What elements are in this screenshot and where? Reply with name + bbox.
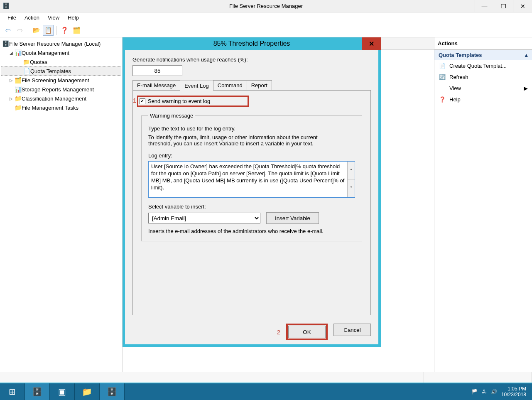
log-entry-label: Log entry:: [148, 152, 355, 159]
forward-button[interactable]: ⇨: [15, 25, 25, 36]
app-window: 🗄️ File Server Resource Manager — ❐ ✕ Fi…: [0, 0, 532, 400]
expand-icon[interactable]: ▷: [8, 78, 14, 83]
tree-label: Quota Management: [22, 50, 69, 56]
action-view[interactable]: View ▶: [434, 83, 532, 94]
back-button[interactable]: ⇦: [2, 25, 13, 36]
collapse-icon[interactable]: ◢: [8, 51, 14, 55]
taskbar-powershell[interactable]: ▣: [50, 383, 75, 400]
blank-icon: [439, 85, 446, 91]
tree-file-screening[interactable]: ▷ 🗂️ File Screening Management: [1, 76, 121, 85]
menu-help[interactable]: Help: [64, 13, 83, 22]
cancel-button[interactable]: Cancel: [333, 324, 371, 336]
close-button[interactable]: ✕: [513, 0, 532, 12]
folder-icon: 📁: [22, 59, 30, 65]
action-label: Help: [449, 96, 461, 103]
scroll-down-icon[interactable]: ˅: [348, 179, 355, 197]
titlebar: 🗄️ File Server Resource Manager — ❐ ✕: [0, 0, 532, 12]
insert-variable-button[interactable]: Insert Variable: [266, 212, 319, 224]
tree-file-mgmt-tasks[interactable]: 📁 File Management Tasks: [1, 103, 121, 112]
window-title: File Server Resource Manager: [229, 3, 303, 9]
status-cell: [424, 372, 532, 383]
taskbar-clock[interactable]: 1:05 PM 10/23/2018: [501, 386, 526, 398]
tree-storage-reports[interactable]: 📊 Storage Reports Management: [1, 85, 121, 94]
menu-action[interactable]: Action: [20, 13, 44, 22]
help-text-1: Type the text to use for the log entry.: [148, 125, 355, 132]
refresh-icon: 🔄: [439, 74, 446, 80]
tab-row: E-mail Message Event Log Command Report: [132, 80, 371, 90]
taskbar-fsrm[interactable]: 🗄️: [100, 383, 125, 400]
action-label: View: [449, 85, 461, 91]
tree-label: File Management Tasks: [22, 105, 78, 111]
action-create-template[interactable]: 📄 Create Quota Templat...: [434, 60, 532, 71]
folder-icon: 📊: [14, 49, 22, 56]
tray-network-icon[interactable]: 🖧: [482, 389, 487, 395]
app-icon: 🗄️: [2, 2, 10, 9]
tree-label: File Screening Management: [22, 77, 89, 83]
expand-icon[interactable]: ▷: [8, 96, 14, 101]
tree-quota-management[interactable]: ◢ 📊 Quota Management: [1, 48, 121, 57]
menu-view[interactable]: View: [44, 13, 64, 22]
threshold-dialog: 85% Threshold Properties ✕ Generate noti…: [123, 37, 381, 347]
tab-event-log[interactable]: Event Log: [180, 81, 213, 91]
callout-1: 1: [133, 97, 136, 104]
folder-icon: 📁: [14, 95, 22, 102]
taskbar-explorer[interactable]: 📁: [75, 383, 100, 400]
scroll-up-icon[interactable]: ˄: [348, 162, 355, 179]
taskbar-server-manager[interactable]: 🗄️: [25, 383, 50, 400]
toolbar-refresh-icon[interactable]: 📂: [31, 25, 42, 36]
tray-flag-icon[interactable]: 🏳️: [471, 389, 478, 395]
screen-icon: 🗂️: [14, 77, 22, 83]
highlight-2: OK: [286, 324, 328, 340]
tab-email[interactable]: E-mail Message: [132, 80, 180, 90]
clock-date: 10/23/2018: [501, 392, 526, 398]
folder-icon: 📁: [14, 104, 22, 111]
maximize-button[interactable]: ❐: [494, 0, 513, 12]
tab-panel: 1 ✔ Send warning to event log Warning me…: [132, 90, 371, 315]
warning-message-group: Warning message Type the text to use for…: [141, 113, 362, 241]
tree-classification[interactable]: ▷ 📁 Classification Management: [1, 94, 121, 103]
toolbar: ⇦ ⇨ 📂 📋 ❓ 🗂️: [0, 23, 532, 37]
threshold-percent-input[interactable]: [132, 65, 182, 76]
log-entry-field: User [Source Io Owner] has exceeded the …: [148, 161, 355, 198]
group-legend: Warning message: [148, 113, 195, 119]
callout-2: 2: [277, 329, 280, 336]
tab-report[interactable]: Report: [247, 80, 272, 90]
action-refresh[interactable]: 🔄 Refresh: [434, 71, 532, 83]
dialog-buttons: 2 OK Cancel: [125, 319, 378, 344]
tree-root-label: File Server Resource Manager (Local): [9, 41, 101, 47]
status-bar: [0, 372, 532, 383]
toolbar-list-icon[interactable]: 📋: [43, 25, 54, 36]
toolbar-help-icon[interactable]: ❓: [59, 25, 70, 36]
tray-sound-icon[interactable]: 🔊: [491, 389, 497, 395]
content-area: 🗄️ File Server Resource Manager (Local) …: [0, 37, 532, 372]
action-label: Create Quota Templat...: [449, 63, 507, 69]
tree-quota-templates[interactable]: 📄 Quota Templates: [1, 66, 121, 76]
generate-label: Generate notifications when usage reache…: [132, 56, 371, 63]
tree-pane: 🗄️ File Server Resource Manager (Local) …: [0, 37, 123, 372]
dialog-titlebar[interactable]: 85% Threshold Properties ✕: [123, 37, 381, 50]
actions-header: Actions: [434, 37, 532, 50]
tree-label: Storage Reports Management: [22, 86, 94, 93]
template-icon: 📄: [23, 68, 30, 74]
help-text-2: To identify the quota, limit, usage or o…: [148, 134, 339, 147]
clock-time: 1:05 PM: [501, 386, 526, 392]
start-button[interactable]: ⊞: [0, 383, 25, 400]
dialog-close-button[interactable]: ✕: [362, 37, 381, 50]
tree-label: Quota Templates: [30, 68, 71, 74]
tree-label: Quotas: [30, 59, 47, 65]
variable-select[interactable]: [Admin Email]: [148, 213, 260, 223]
tab-command[interactable]: Command: [213, 80, 247, 90]
minimize-button[interactable]: —: [475, 0, 494, 12]
toolbar-props-icon[interactable]: 🗂️: [71, 25, 82, 36]
action-help[interactable]: ❓ Help: [434, 94, 532, 105]
tree-root[interactable]: 🗄️ File Server Resource Manager (Local): [1, 39, 121, 48]
actions-pane: Actions Quota Templates ▴ 📄 Create Quota…: [434, 37, 532, 372]
collapse-icon[interactable]: ▴: [525, 52, 528, 58]
send-warning-checkbox[interactable]: ✔: [140, 98, 145, 104]
log-entry-textarea[interactable]: User [Source Io Owner] has exceeded the …: [149, 162, 347, 197]
tree-quotas[interactable]: 📁 Quotas: [1, 57, 121, 66]
menu-file[interactable]: File: [3, 13, 20, 22]
system-tray[interactable]: 🏳️ 🖧 🔊 1:05 PM 10/23/2018: [466, 386, 532, 398]
actions-group-header[interactable]: Quota Templates ▴: [434, 50, 532, 60]
ok-button[interactable]: OK: [288, 326, 326, 338]
